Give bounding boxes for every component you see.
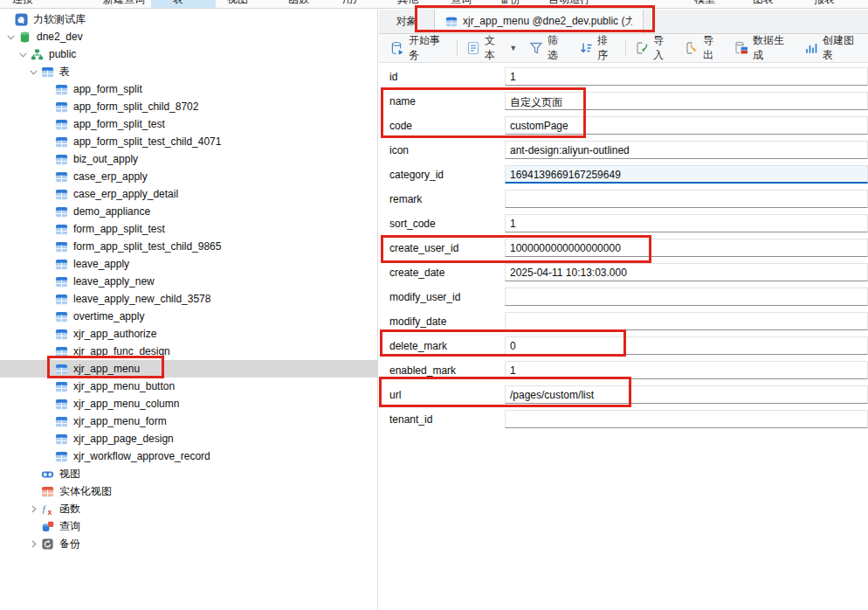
sort-icon	[579, 41, 593, 55]
field-input-tenant_id[interactable]	[505, 410, 868, 428]
field-input-modify_user_id[interactable]	[505, 288, 868, 306]
tree-node-folder-tables[interactable]: 表	[0, 63, 377, 80]
sidebar-tree: 力软测试库dne2_devpublic表app_form_splitapp_fo…	[0, 10, 378, 610]
tree-node-table-xjr_workflow_approve_record[interactable]: xjr_workflow_approve_record	[0, 447, 377, 465]
tree-node-node-materialized-views[interactable]: 实体化视图	[0, 482, 377, 500]
text-view-button[interactable]: 文本 ▼	[460, 37, 523, 59]
main-toolbar-item[interactable]: 备份	[499, 0, 520, 7]
field-label-url: url	[389, 389, 401, 401]
sort-button[interactable]: 排序	[573, 37, 623, 59]
tree-node-table-case_erp_apply_detail[interactable]: case_erp_apply_detail	[0, 185, 377, 203]
tree-node-table-form_app_split_test[interactable]: form_app_split_test	[0, 220, 377, 238]
postgres-icon	[15, 13, 28, 26]
chevron-right-icon[interactable]	[28, 538, 39, 550]
tree-node-table-demo_appliance[interactable]: demo_appliance	[0, 203, 377, 220]
chevron-spacer	[42, 101, 53, 113]
table-icon	[55, 135, 68, 149]
main-toolbar-item[interactable]: 报表	[814, 0, 835, 7]
tree-node-node-backups[interactable]: 备份	[0, 535, 377, 552]
field-row-remark: remark	[379, 187, 868, 211]
tree-node-table-form_app_split_test_child_9865[interactable]: form_app_split_test_child_9865	[0, 238, 377, 255]
field-row-tenant_id: tenant_id	[379, 407, 868, 432]
chevron-spacer	[42, 311, 53, 322]
field-input-create_user_id[interactable]: 1000000000000000000	[505, 239, 868, 257]
chevron-spacer	[28, 486, 39, 497]
filter-button[interactable]: 筛选	[523, 37, 573, 59]
tree-node-label: 函数	[59, 502, 80, 516]
main-toolbar-item[interactable]: 模型	[694, 0, 715, 7]
import-button[interactable]: 导入	[629, 37, 679, 59]
tree-node-table-xjr_app_menu[interactable]: xjr_app_menu	[0, 360, 377, 378]
tree-node-table-app_form_split_child_8702[interactable]: app_form_split_child_8702	[0, 98, 377, 115]
tree-node-node-functions[interactable]: fx函数	[0, 500, 377, 517]
tree-node-table-app_form_split_test[interactable]: app_form_split_test	[0, 115, 377, 133]
field-input-sort_code[interactable]: 1	[505, 214, 868, 232]
field-input-remark[interactable]	[505, 190, 868, 208]
tree-node-table-xjr_app_menu_column[interactable]: xjr_app_menu_column	[0, 395, 377, 412]
main-toolbar-item[interactable]: 新建查询	[103, 0, 145, 7]
field-label-sort_code: sort_code	[389, 218, 436, 230]
tree-node-table-xjr_app_authorize[interactable]: xjr_app_authorize	[0, 325, 377, 343]
field-input-code[interactable]: customPage	[505, 116, 868, 135]
tree-node-table-xjr_app_menu_button[interactable]: xjr_app_menu_button	[0, 378, 377, 395]
field-row-modify_user_id: modify_user_id	[379, 285, 868, 309]
data-generation-button[interactable]: 数据生成	[728, 37, 798, 59]
tree-node-table-leave_apply_new[interactable]: leave_apply_new	[0, 273, 377, 290]
field-input-url[interactable]: /pages/custom/list	[505, 385, 868, 404]
chevron-down-icon[interactable]	[28, 66, 39, 78]
table-icon	[41, 66, 54, 79]
main-toolbar-item[interactable]: 其他	[397, 0, 418, 7]
tree-node-table-biz_out_apply[interactable]: biz_out_apply	[0, 150, 377, 168]
tree-node-table-leave_apply[interactable]: leave_apply	[0, 255, 377, 273]
active-main-toolbar-highlight	[151, 0, 216, 9]
main-toolbar-item[interactable]: 表	[173, 0, 183, 7]
field-input-id[interactable]: 1	[505, 67, 868, 86]
field-input-category_id[interactable]: 1694139669167259649	[505, 165, 868, 184]
chevron-down-icon[interactable]	[5, 31, 17, 43]
tree-node-table-case_erp_apply[interactable]: case_erp_apply	[0, 168, 377, 185]
tree-node-schema-public[interactable]: public	[0, 45, 377, 63]
field-input-enabled_mark[interactable]: 1	[505, 361, 868, 379]
tree-node-table-leave_apply_new_child_3578[interactable]: leave_apply_new_child_3578	[0, 290, 377, 308]
tree-node-label: dne2_dev	[37, 31, 83, 43]
tab-xjr-app-menu[interactable]: xjr_app_menu @dne2_dev.public (力...	[434, 10, 644, 33]
tree-node-table-overtime_apply[interactable]: overtime_apply	[0, 308, 377, 325]
main-toolbar-item[interactable]: 用户	[342, 0, 363, 7]
tab-objects[interactable]: 对象	[379, 10, 434, 33]
tree-node-table-app_form_split_test_child_4071[interactable]: app_form_split_test_child_4071	[0, 133, 377, 150]
field-input-icon[interactable]: ant-design:aliyun-outlined	[505, 141, 868, 159]
field-input-create_date[interactable]: 2025-04-11 10:13:03.000	[505, 263, 868, 281]
chevron-down-icon[interactable]	[17, 49, 29, 60]
tree-node-table-xjr_app_page_design[interactable]: xjr_app_page_design	[0, 430, 377, 447]
field-row-category_id: category_id1694139669167259649	[379, 163, 868, 187]
export-button[interactable]: 导出	[679, 37, 728, 59]
main-toolbar-item[interactable]: 函数	[288, 0, 309, 7]
tree-node-node-queries[interactable]: 查询	[0, 517, 377, 535]
main-toolbar-item[interactable]: 自动运行	[548, 0, 590, 7]
table-icon	[55, 293, 68, 306]
begin-transaction-button[interactable]: 开始事务	[384, 37, 454, 59]
chevron-right-icon[interactable]	[28, 503, 39, 515]
field-input-modify_date[interactable]	[505, 312, 868, 330]
field-row-create_user_id: create_user_id1000000000000000000	[379, 236, 868, 260]
tree-node-table-xjr_app_menu_form[interactable]: xjr_app_menu_form	[0, 412, 377, 430]
begin-transaction-icon	[390, 41, 404, 55]
main-toolbar-item[interactable]: 视图	[227, 0, 248, 7]
field-input-name[interactable]: 自定义页面	[505, 92, 868, 110]
tree-node-node-views[interactable]: 视图	[0, 465, 377, 482]
field-input-delete_mark[interactable]: 0	[505, 336, 868, 355]
tree-node-connection-lisoft-test-db[interactable]: 力软测试库	[0, 10, 377, 28]
chevron-spacer	[42, 206, 53, 218]
tree-node-label: public	[49, 48, 76, 60]
tree-node-db-dne2-dev[interactable]: dne2_dev	[0, 28, 377, 45]
table-icon	[55, 118, 68, 131]
main-toolbar-item[interactable]: 查询	[451, 0, 472, 7]
tree-node-table-xjr_app_func_design[interactable]: xjr_app_func_design	[0, 343, 377, 360]
main-toolbar-item[interactable]: 图表	[753, 0, 774, 7]
create-chart-button[interactable]: 创建图表	[798, 37, 868, 59]
data-generation-label: 数据生成	[753, 33, 792, 63]
export-label: 导出	[703, 33, 722, 63]
field-row-enabled_mark: enabled_mark1	[379, 358, 868, 383]
main-toolbar-item[interactable]: 连接	[12, 0, 33, 7]
tree-node-table-app_form_split[interactable]: app_form_split	[0, 80, 377, 98]
